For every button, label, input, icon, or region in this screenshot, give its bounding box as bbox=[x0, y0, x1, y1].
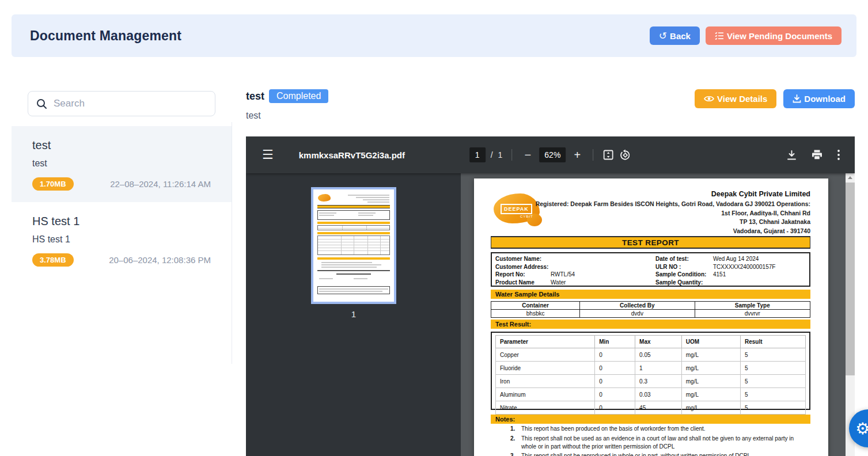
test-result-box: ParameterMinMaxUOMResult Copper00.05mg/L… bbox=[491, 332, 810, 410]
result-table-header: Min bbox=[595, 336, 635, 348]
download-button[interactable]: Download bbox=[783, 89, 855, 108]
view-pending-documents-button[interactable]: View Pending Documents bbox=[706, 26, 842, 45]
page-title: Document Management bbox=[30, 28, 181, 44]
document-subtitle: test bbox=[32, 158, 211, 169]
result-table-cell: 0 bbox=[595, 401, 635, 415]
more-options-icon[interactable] bbox=[837, 150, 840, 160]
back-button[interactable]: ↺ Back bbox=[650, 26, 700, 45]
pdf-page-area: DEEPAK CYBIT Deepak Cybit Private Limite… bbox=[461, 173, 846, 456]
file-size-badge: 1.70MB bbox=[32, 177, 74, 191]
pdf-toolbar: ☰ kmmkxsaRRvT5G2i3a.pdf 1 / 1 − 62% + bbox=[246, 136, 855, 173]
search-icon bbox=[36, 98, 47, 109]
result-table-cell: 1 bbox=[635, 362, 682, 375]
pdf-filename: kmmkxsaRRvT5G2i3a.pdf bbox=[299, 150, 405, 160]
rotate-icon[interactable] bbox=[619, 149, 631, 161]
document-title: HS test 1 bbox=[32, 215, 211, 228]
undo-arrow-icon: ↺ bbox=[659, 31, 667, 41]
toolbar-divider bbox=[593, 149, 593, 161]
fit-to-page-icon[interactable] bbox=[602, 149, 614, 161]
detail-title: test bbox=[246, 90, 264, 102]
result-table-cell: Nitrate bbox=[496, 401, 595, 415]
zoom-in-button[interactable]: + bbox=[571, 149, 583, 162]
sample-table-header: Container bbox=[491, 302, 580, 310]
result-table-cell: 0.03 bbox=[635, 388, 682, 401]
view-details-label: View Details bbox=[717, 94, 767, 104]
report-info-box: Customer Name: Customer Address: Report … bbox=[491, 252, 810, 287]
result-table-cell: mg/L bbox=[681, 362, 740, 375]
result-table-cell: Iron bbox=[496, 375, 595, 388]
notes-section-header: Notes: bbox=[491, 415, 810, 424]
report-title: TEST REPORT bbox=[491, 236, 810, 249]
pdf-scrollbar[interactable] bbox=[846, 173, 855, 456]
document-title: test bbox=[32, 139, 211, 152]
status-badge: Completed bbox=[269, 89, 328, 103]
result-table-cell: Aluminum bbox=[496, 388, 595, 401]
search-input[interactable] bbox=[54, 98, 207, 109]
sample-table-cell: bhsbkc bbox=[491, 310, 580, 318]
document-date: 22–08–2024, 11:26:14 AM bbox=[110, 179, 211, 189]
note-item: This report has been produced on the bas… bbox=[517, 425, 803, 433]
result-table-row: Nitrate045mg/L5 bbox=[496, 401, 806, 415]
print-icon[interactable] bbox=[812, 150, 822, 160]
result-table-header: Max bbox=[635, 336, 682, 348]
logo-subtext: CYBIT bbox=[520, 215, 533, 218]
scroll-up-button[interactable] bbox=[846, 173, 855, 182]
document-list-item[interactable]: HS test 1 HS test 1 3.78MB 20–06–2024, 1… bbox=[12, 202, 232, 278]
sample-table-cell: dvvrvr bbox=[695, 310, 810, 318]
view-details-button[interactable]: View Details bbox=[695, 89, 776, 108]
document-list: test test 1.70MB 22–08–2024, 11:26:14 AM… bbox=[12, 126, 232, 278]
pdf-page: DEEPAK CYBIT Deepak Cybit Private Limite… bbox=[474, 178, 828, 456]
pdf-download-icon[interactable] bbox=[787, 150, 797, 160]
total-pages: 1 bbox=[498, 150, 503, 159]
result-table-cell: 5 bbox=[741, 388, 806, 401]
page-number-input[interactable]: 1 bbox=[469, 147, 486, 162]
notes-list: This report has been produced on the bas… bbox=[504, 425, 803, 456]
test-result-section-header: Test Result: bbox=[491, 320, 810, 329]
gear-icon: ⚙ bbox=[855, 419, 868, 438]
menu-icon[interactable]: ☰ bbox=[262, 147, 274, 162]
zoom-level[interactable]: 62% bbox=[539, 147, 566, 162]
result-table-cell: 0 bbox=[595, 375, 635, 388]
detail-subtitle: test bbox=[246, 111, 855, 121]
result-table-cell: Copper bbox=[496, 348, 595, 362]
checklist-icon bbox=[715, 32, 724, 40]
result-table-row: Iron00.3mg/L5 bbox=[496, 375, 806, 388]
company-logo: DEEPAK CYBIT bbox=[494, 193, 540, 223]
eye-icon bbox=[704, 95, 714, 102]
zoom-out-button[interactable]: − bbox=[521, 149, 534, 162]
view-pending-documents-label: View Pending Documents bbox=[727, 31, 832, 41]
result-table-row: Aluminum00.03mg/L5 bbox=[496, 388, 806, 401]
toolbar-divider bbox=[511, 149, 512, 161]
pdf-page-thumbnail[interactable] bbox=[311, 187, 396, 304]
file-size-badge: 3.78MB bbox=[32, 253, 74, 267]
result-table-row: Copper00.05mg/L5 bbox=[496, 348, 806, 362]
detail-header: test Completed test View Details Downloa… bbox=[246, 89, 855, 121]
result-table-cell: mg/L bbox=[681, 401, 740, 415]
result-table-row: Fluoride01mg/L5 bbox=[496, 362, 806, 375]
up-arrow-icon bbox=[848, 176, 852, 179]
result-table-header: UOM bbox=[681, 336, 740, 348]
result-table-cell: 0 bbox=[595, 348, 635, 362]
pdf-viewer: ☰ kmmkxsaRRvT5G2i3a.pdf 1 / 1 − 62% + bbox=[246, 136, 855, 456]
result-table-header: Parameter bbox=[496, 336, 595, 348]
company-name: Deepak Cybit Private Limited bbox=[534, 190, 810, 198]
page-separator: / bbox=[491, 150, 493, 159]
search-box bbox=[28, 91, 215, 116]
result-table-cell: 0.3 bbox=[635, 375, 682, 388]
result-table-cell: mg/L bbox=[681, 388, 740, 401]
page-header: Document Management ↺ Back View Pending … bbox=[12, 14, 856, 57]
document-sidebar: test test 1.70MB 22–08–2024, 11:26:14 AM… bbox=[12, 81, 232, 456]
scrollbar-thumb[interactable] bbox=[846, 183, 855, 375]
pdf-thumbnail-panel: 1 bbox=[246, 173, 461, 456]
result-table-cell: 45 bbox=[635, 401, 682, 415]
document-list-item[interactable]: test test 1.70MB 22–08–2024, 11:26:14 AM bbox=[12, 126, 232, 202]
thumbnail-logo bbox=[318, 194, 331, 202]
result-table-cell: 0 bbox=[595, 362, 635, 375]
logo-text: DEEPAK bbox=[501, 204, 532, 214]
result-table-cell: mg/L bbox=[681, 348, 740, 362]
note-item: This report shall not be used as an evid… bbox=[517, 435, 803, 451]
note-item: This report shall not be reproduced in w… bbox=[517, 452, 803, 456]
result-table-cell: 0 bbox=[595, 388, 635, 401]
company-address-block: Deepak Cybit Private Limited Registered:… bbox=[534, 190, 810, 235]
thumbnail-page-number: 1 bbox=[311, 309, 396, 319]
